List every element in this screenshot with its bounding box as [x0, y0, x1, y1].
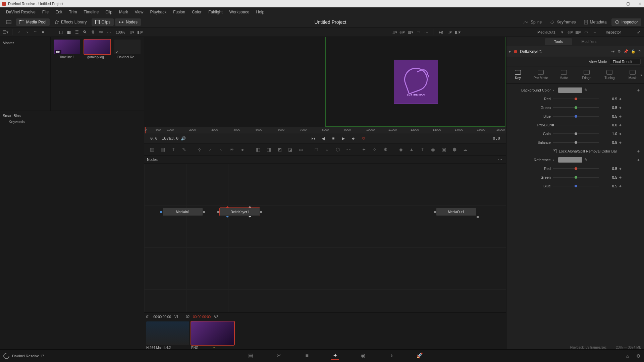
- green-slider[interactable]: [553, 107, 599, 108]
- preblur-slider[interactable]: [553, 125, 599, 125]
- page-cut-icon[interactable]: ✂: [275, 352, 283, 360]
- stop-icon[interactable]: ■: [331, 136, 336, 141]
- viewer-node-name[interactable]: MediaOut1: [535, 30, 557, 34]
- viewer-node-dd-icon[interactable]: ▾: [559, 29, 566, 36]
- master-bin[interactable]: Master: [3, 40, 48, 46]
- menu-workspace[interactable]: Workspace: [226, 10, 253, 14]
- chevron-right-icon[interactable]: ▸: [509, 49, 511, 54]
- menu-mark[interactable]: Mark: [116, 10, 131, 14]
- menu-fusion[interactable]: Fusion: [170, 10, 189, 14]
- text3d-tool-icon[interactable]: T: [417, 145, 427, 154]
- shape3d-tool-icon[interactable]: ◆: [396, 145, 406, 154]
- minimize-button[interactable]: —: [614, 2, 618, 6]
- balance-keyframe-icon[interactable]: ◆: [619, 141, 623, 144]
- ref-expand-icon[interactable]: ›: [553, 158, 556, 162]
- viewer-right[interactable]: SCYTHE MAN: [325, 37, 506, 127]
- time-ruler[interactable]: 0 500 1000 2000 3000 4000 5000 6000 7000…: [144, 127, 506, 133]
- ref-keyframe-icon[interactable]: ◆: [637, 158, 641, 162]
- media-item-timeline[interactable]: ▣▶ Timeline 1: [53, 40, 81, 59]
- node-canvas[interactable]: MediaIn1 DeltaKeyer1 MediaOut1: [144, 164, 506, 312]
- media-item-image[interactable]: gaming-log…: [84, 40, 111, 59]
- lock-keyframe-icon[interactable]: ◆: [637, 149, 641, 153]
- menu-view[interactable]: View: [131, 10, 147, 14]
- nodes-button[interactable]: Nodes: [115, 18, 141, 26]
- layout-b-icon[interactable]: ◧▾: [137, 29, 143, 36]
- prender-tool-icon[interactable]: ✧: [370, 145, 380, 154]
- viewer-b-layout-icon[interactable]: ◧▾: [454, 29, 461, 36]
- blue-slider[interactable]: [553, 116, 599, 117]
- page-color-icon[interactable]: ◉: [359, 352, 367, 360]
- planar-tool-icon[interactable]: ⟋: [205, 145, 215, 154]
- fastnoise-tool-icon[interactable]: ▤: [158, 145, 168, 154]
- light-tool-icon[interactable]: ◉: [428, 145, 438, 154]
- reset-icon[interactable]: ↻: [638, 49, 641, 54]
- tc-start[interactable]: 0.0: [148, 136, 160, 140]
- nodes-options-icon[interactable]: ⋯: [497, 156, 503, 163]
- bin-view-icon[interactable]: ☰▾: [2, 29, 9, 36]
- cat-mask[interactable]: Mask: [625, 70, 641, 80]
- blur-tool-icon[interactable]: ●: [237, 145, 248, 154]
- ref-green-slider[interactable]: [553, 177, 599, 178]
- menu-file[interactable]: File: [39, 10, 52, 14]
- viewer-safe-icon[interactable]: ▭: [415, 29, 422, 36]
- page-fairlight-icon[interactable]: ♪: [387, 352, 395, 360]
- viewer-opts-right-icon[interactable]: ⋯: [591, 29, 598, 36]
- tracker-tool-icon[interactable]: ⊹: [195, 145, 205, 154]
- background-tool-icon[interactable]: ▨: [147, 145, 157, 154]
- lock-alpha-checkbox[interactable]: [553, 149, 557, 153]
- ref-green-value[interactable]: 0.5: [601, 175, 617, 179]
- inspector-tab-modifiers[interactable]: Modifiers: [572, 38, 606, 45]
- node-deltakeyer1[interactable]: DeltaKeyer1: [220, 208, 260, 216]
- menu-edit[interactable]: Edit: [52, 10, 66, 14]
- lock-icon[interactable]: 🔒: [631, 49, 636, 54]
- menu-clip[interactable]: Clip: [102, 10, 116, 14]
- list-view-icon[interactable]: ☰: [73, 29, 80, 36]
- keywords-bin[interactable]: Keywords: [3, 118, 141, 124]
- brightness-tool-icon[interactable]: ☀: [227, 145, 237, 154]
- cat-tuning[interactable]: Tuning: [601, 70, 618, 80]
- menu-fairlight[interactable]: Fairlight: [205, 10, 226, 14]
- clips-button[interactable]: Clips: [92, 18, 114, 26]
- inspector-button[interactable]: Inspector: [611, 18, 641, 26]
- mute-icon[interactable]: 🔊: [180, 136, 186, 141]
- page-edit-icon[interactable]: ≡: [303, 352, 311, 360]
- pin-icon[interactable]: 📌: [624, 49, 628, 54]
- enable-dot-icon[interactable]: [514, 50, 517, 53]
- options-icon[interactable]: ⋯: [106, 29, 112, 36]
- inspector-expand-icon[interactable]: ⤢: [635, 29, 642, 36]
- polygon-mask-icon[interactable]: ⬡: [333, 145, 343, 154]
- ref-blue-value[interactable]: 0.5: [601, 184, 617, 188]
- spline-button[interactable]: Spline: [520, 18, 545, 26]
- fit-label[interactable]: Fit: [437, 30, 445, 34]
- ref-green-keyframe-icon[interactable]: ◆: [619, 176, 623, 179]
- paint-tool-icon[interactable]: ✎: [179, 145, 189, 154]
- viewer-left[interactable]: [144, 37, 325, 127]
- versions-icon[interactable]: ▪▾: [611, 49, 615, 54]
- merge3d-tool-icon[interactable]: ⬢: [449, 145, 460, 154]
- ref-red-keyframe-icon[interactable]: ◆: [619, 167, 623, 170]
- node-input-port[interactable]: [434, 211, 436, 213]
- fog-tool-icon[interactable]: ☁: [460, 145, 470, 154]
- keyframes-button[interactable]: Keyframes: [546, 18, 579, 26]
- blue-value[interactable]: 0.5: [601, 114, 617, 118]
- viewer-b-split-icon[interactable]: ▯▾: [446, 29, 453, 36]
- go-last-icon[interactable]: ⏭: [351, 136, 356, 141]
- media-pool-button[interactable]: Media Pool: [16, 18, 50, 26]
- node-output-port[interactable]: [260, 211, 262, 213]
- gain-slider[interactable]: [553, 133, 599, 134]
- mask-port[interactable]: [226, 216, 229, 219]
- nav-fwd-icon[interactable]: ›: [24, 29, 31, 36]
- bg-color-swatch[interactable]: [558, 87, 582, 93]
- clip-thumb-2[interactable]: [191, 321, 234, 345]
- viewer-guide-icon[interactable]: ▦▾: [575, 29, 582, 36]
- resize-tool-icon[interactable]: ◩: [274, 145, 284, 154]
- viewer-grid-icon[interactable]: ▦▾: [407, 29, 414, 36]
- cat-prematte[interactable]: Pre Matte: [533, 70, 549, 80]
- page-fusion-icon[interactable]: ✦: [331, 352, 339, 360]
- letterbox-tool-icon[interactable]: ▭: [296, 145, 306, 154]
- menu-trim[interactable]: Trim: [66, 10, 80, 14]
- ref-red-slider[interactable]: [553, 168, 599, 169]
- gain-keyframe-icon[interactable]: ◆: [619, 132, 623, 135]
- nav-back-icon[interactable]: ‹: [16, 29, 22, 36]
- step-back-icon[interactable]: ◀: [321, 136, 326, 141]
